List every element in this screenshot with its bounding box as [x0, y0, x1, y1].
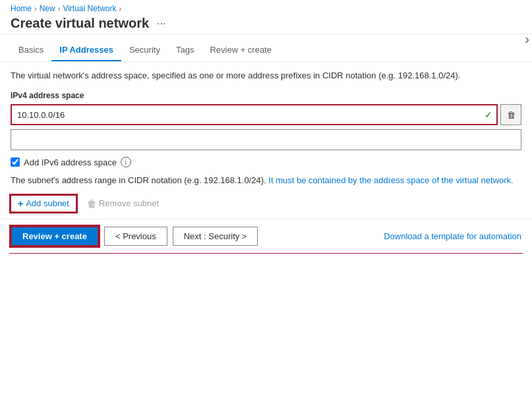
subnet-actions: + Add subnet 🗑 Remove subnet: [11, 195, 521, 212]
subnet-desc-network: network.: [481, 175, 514, 185]
breadcrumb-home[interactable]: Home: [11, 4, 32, 13]
subnet-desc-link: It must be contained by the address spac…: [268, 175, 481, 185]
tab-bar: Basics IP Addresses Security Tags Review…: [0, 40, 532, 62]
tab-security[interactable]: Security: [121, 40, 168, 61]
breadcrumb-new[interactable]: New: [40, 4, 55, 13]
footer: Review + create < Previous Next : Securi…: [0, 219, 532, 253]
tab-tags[interactable]: Tags: [168, 40, 202, 61]
ipv6-checkbox[interactable]: [11, 157, 20, 167]
remove-subnet-label: Remove subnet: [99, 198, 159, 208]
review-create-button[interactable]: Review + create: [11, 226, 99, 246]
trash-icon: 🗑: [507, 110, 516, 120]
breadcrumb-sep1: ›: [34, 5, 37, 13]
ipv4-input[interactable]: [12, 105, 481, 124]
subnet-desc-part1: The subnet's address range in CIDR notat…: [11, 175, 266, 185]
empty-address-row: [11, 129, 521, 150]
subnet-description: The subnet's address range in CIDR notat…: [11, 174, 521, 187]
next-security-button[interactable]: Next : Security >: [173, 227, 258, 246]
breadcrumb-sep3: ›: [119, 5, 122, 13]
automation-link[interactable]: Download a template for automation: [384, 231, 521, 241]
right-panel-chevron[interactable]: ›: [522, 26, 532, 52]
breadcrumb: Home › New › Virtual Network ›: [11, 4, 521, 13]
ipv4-label: IPv4 address space: [11, 91, 521, 100]
remove-subnet-button[interactable]: 🗑 Remove subnet: [82, 196, 164, 212]
info-icon[interactable]: i: [121, 157, 131, 167]
add-subnet-label: Add subnet: [26, 198, 69, 208]
ipv4-address-row: ✓ 🗑: [11, 104, 521, 125]
tab-review-create[interactable]: Review + create: [202, 40, 280, 61]
ellipsis-button[interactable]: ···: [154, 16, 168, 31]
tab-basics[interactable]: Basics: [11, 40, 51, 61]
check-icon: ✓: [481, 109, 496, 120]
add-subnet-button[interactable]: + Add subnet: [11, 195, 76, 212]
ipv6-label: Add IPv6 address space: [24, 157, 117, 167]
plus-icon: +: [18, 198, 23, 209]
ipv4-input-container: ✓: [11, 104, 498, 125]
tab-ip-addresses[interactable]: IP Addresses: [51, 40, 121, 61]
breadcrumb-virtual-network[interactable]: Virtual Network: [63, 4, 116, 13]
breadcrumb-sep2: ›: [58, 5, 61, 13]
ipv6-checkbox-row: Add IPv6 address space i: [11, 157, 521, 167]
previous-button[interactable]: < Previous: [104, 227, 167, 246]
page-title: Create virtual network: [11, 16, 149, 31]
delete-ipv4-button[interactable]: 🗑: [500, 104, 521, 125]
description-text: The virtual network's address space, spe…: [11, 70, 521, 82]
remove-icon: 🗑: [87, 198, 96, 209]
additional-address-input[interactable]: [11, 129, 521, 150]
